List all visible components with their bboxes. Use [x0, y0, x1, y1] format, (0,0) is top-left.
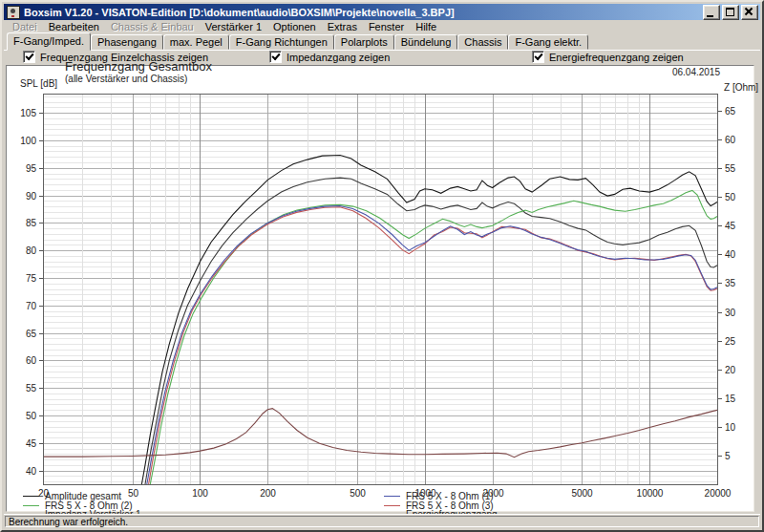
tab-f-gang-elektr[interactable]: F-Gang elektr. [508, 34, 588, 50]
chart-date: 06.04.2015 [672, 67, 720, 77]
y-axis-left-label: SPL [dB] [20, 78, 57, 89]
menu-item-optionen[interactable]: Optionen [267, 20, 322, 33]
chart-title: Frequenzgang Gesamtbox [65, 59, 212, 74]
checkbox-impedanzgang-zeigen[interactable] [269, 51, 282, 63]
tab-polarplots[interactable]: Polarplots [334, 34, 394, 50]
legend-swatch [384, 496, 400, 497]
y-axis-right-label: Z [Ohm] [724, 82, 758, 93]
menu-item-bearbeiten[interactable]: Bearbeiten [43, 20, 105, 33]
checkbox-item-impedanzgang-zeigen[interactable]: Impedanzgang zeigen [269, 51, 390, 63]
tab-bündelung[interactable]: Bündelung [394, 34, 458, 50]
minimize-button[interactable] [703, 5, 720, 20]
tab-bar: F-Gang/Imped.Phasengangmax. PegelF-Gang … [4, 33, 760, 51]
menubar: DateiBearbeitenChassis & EinbauVerstärke… [4, 20, 760, 33]
chart-panel [6, 65, 754, 512]
tab-f-gang-richtungen[interactable]: F-Gang Richtungen [229, 34, 334, 50]
menu-item-verstärker-1[interactable]: Verstärker 1 [200, 20, 267, 33]
close-button[interactable] [741, 5, 758, 20]
app-window: Boxsim V1.20 - VISATON-Edition [D:\dokum… [0, 0, 764, 532]
checkbox-label: Energiefrequenzgang zeigen [549, 52, 684, 63]
tab-f-gang-imped[interactable]: F-Gang/Imped. [7, 32, 91, 51]
checkbox-label: Impedanzgang zeigen [286, 52, 390, 63]
menu-item-datei[interactable]: Datei [7, 20, 43, 33]
maximize-button[interactable] [722, 5, 739, 20]
menu-item-fenster[interactable]: Fenster [363, 20, 410, 33]
tab-max-pegel[interactable]: max. Pegel [163, 34, 229, 50]
tab-phasengang[interactable]: Phasengang [91, 34, 163, 50]
checkbox-item-energiefrequenzgang-zeigen[interactable]: Energiefrequenzgang zeigen [532, 51, 684, 63]
chart-subtitle: (alle Verstärker und Chassis) [65, 74, 187, 84]
legend-swatch [23, 496, 39, 497]
legend-swatch [384, 505, 400, 506]
window-title: Boxsim V1.20 - VISATON-Edition [D:\dokum… [24, 7, 701, 18]
legend-swatch [23, 505, 39, 506]
menu-item-hilfe[interactable]: Hilfe [410, 20, 442, 33]
status-message: Berechnung war erfolgreich. [5, 516, 759, 527]
tab-chassis[interactable]: Chassis [457, 34, 508, 50]
checkbox-frequenzgang-einzelchassis-zeigen[interactable] [23, 51, 35, 63]
menu-item-extras[interactable]: Extras [322, 20, 363, 33]
menu-item-chassis-einbau[interactable]: Chassis & Einbau [105, 20, 200, 33]
title-bar: Boxsim V1.20 - VISATON-Edition [D:\dokum… [4, 4, 760, 20]
checkbox-energiefrequenzgang-zeigen[interactable] [532, 51, 544, 63]
status-bar: Berechnung war erfolgreich. [4, 514, 760, 528]
app-icon [7, 6, 20, 19]
